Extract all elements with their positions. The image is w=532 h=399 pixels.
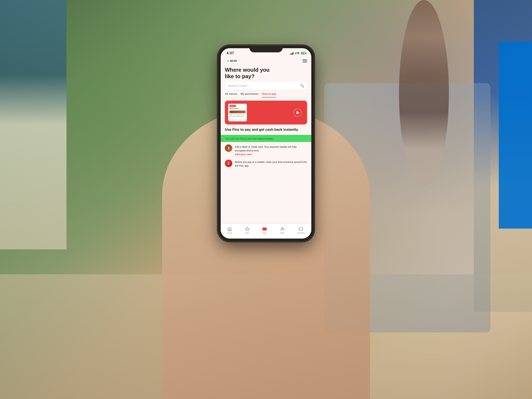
video-thumbnail: Earn $0. Stock: 0.00% What's your paymen… <box>228 104 247 121</box>
thumb-earn-label: Earn $0. <box>229 105 236 107</box>
main-headline: Use Fluz to pay and get cash back instan… <box>225 127 307 132</box>
nav-pay-label: Pay <box>263 232 266 234</box>
phone-screen: 4:37 LTE $0.00 <box>221 48 311 239</box>
svg-point-2 <box>281 227 283 229</box>
thumb-question: What's your payment total after taxes, s… <box>229 114 246 117</box>
page-title: Where would you like to pay? <box>225 67 307 80</box>
step-1-number: 1 <box>225 145 232 152</box>
signal-bar-4 <box>293 52 293 55</box>
step-2: 2 Before you pay at a retailer, enter yo… <box>225 160 307 168</box>
step-1: 1 Add a debit or credit card. Your payme… <box>225 145 307 156</box>
nav-invite-label: Invite <box>280 232 284 234</box>
play-button[interactable] <box>293 108 302 117</box>
phone-device: 4:37 LTE $0.00 <box>218 46 314 241</box>
play-triangle-icon <box>297 111 299 114</box>
store-shelf-left <box>0 0 66 249</box>
signal-bars-icon <box>290 52 294 55</box>
menu-line-3 <box>303 62 307 62</box>
nav-home[interactable]: Home <box>227 227 232 234</box>
balance-badge: $0.00 <box>225 58 239 63</box>
svg-rect-0 <box>263 228 266 230</box>
warning-banner: *You can't use Fluz to earn from past pu… <box>221 135 311 142</box>
search-icon[interactable]: 🔍 <box>300 84 304 88</box>
thumb-cash-back: Stock: 0.00% <box>229 108 246 109</box>
step-2-text: Before you pay at a retailer, enter your… <box>235 160 307 168</box>
balance-dot <box>227 60 229 62</box>
steps-area: 1 Add a debit or credit card. Your payme… <box>221 145 311 168</box>
app-header: $0.00 <box>221 57 311 65</box>
page-title-section: Where would you like to pay? <box>221 65 311 82</box>
phone-notch <box>249 46 283 52</box>
hamburger-menu-button[interactable] <box>303 59 307 62</box>
signal-bar-2 <box>291 53 291 55</box>
battery-fill <box>301 52 304 54</box>
tab-how-to-pay[interactable]: How to pay <box>262 92 276 97</box>
bottom-navigation: Home Earn Pay <box>221 224 311 239</box>
earn-icon <box>245 227 250 231</box>
nav-invite[interactable]: Invite <box>280 227 284 234</box>
pay-icon <box>262 227 267 231</box>
nav-earn-label: Earn <box>245 232 249 234</box>
signal-bar-3 <box>292 53 293 55</box>
status-time: 4:37 <box>227 51 234 55</box>
nav-vouchers-label: Vouchers <box>297 232 305 234</box>
nav-home-label: Home <box>227 232 232 234</box>
tab-my-purchases[interactable]: My purchases <box>241 92 259 97</box>
thumb-card <box>229 111 246 113</box>
walmart-blue-bar <box>499 42 532 228</box>
menu-line-2 <box>303 61 307 61</box>
main-text-section: Use Fluz to pay and get cash back instan… <box>221 127 311 135</box>
nav-earn[interactable]: Earn <box>245 227 250 234</box>
search-bar[interactable]: Search a store... 🔍 <box>225 82 307 90</box>
navigation-tabs: All stores My purchases How to pay <box>221 92 311 98</box>
warning-text: *You can't use Fluz to earn from past pu… <box>225 137 274 140</box>
add-card-link[interactable]: Add your card <box>235 153 252 156</box>
status-icons: LTE <box>290 52 305 55</box>
home-icon <box>227 227 232 231</box>
video-banner[interactable]: Earn $0. Stock: 0.00% What's your paymen… <box>225 101 307 125</box>
search-placeholder: Search a store... <box>228 84 249 88</box>
invite-icon <box>280 227 284 231</box>
vouchers-icon <box>299 227 303 231</box>
battery-icon <box>301 52 305 54</box>
nav-pay[interactable]: Pay <box>262 227 267 234</box>
tab-all-stores[interactable]: All stores <box>225 92 237 97</box>
thumb-input-box <box>229 119 246 120</box>
lte-indicator: LTE <box>295 52 299 55</box>
menu-line-1 <box>303 59 307 60</box>
signal-bar-1 <box>290 54 291 55</box>
balance-amount: $0.00 <box>230 59 237 62</box>
step-1-text: Add a debit or credit card. Your payment… <box>235 145 307 156</box>
app-content: $0.00 Where would you like to pay? Searc… <box>221 57 311 236</box>
step-2-number: 2 <box>225 160 232 167</box>
nav-vouchers[interactable]: Vouchers <box>297 227 305 234</box>
